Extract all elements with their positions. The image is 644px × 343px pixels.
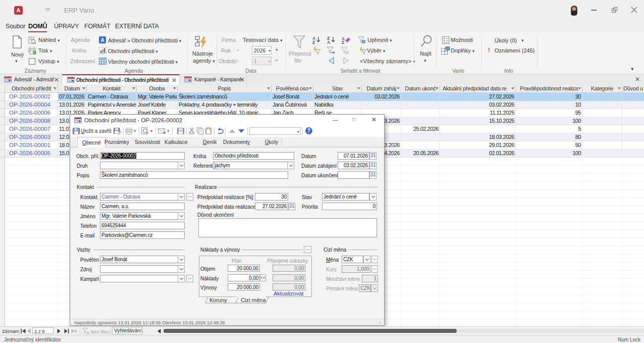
svg-text:A: A bbox=[327, 40, 330, 44]
svg-text:A: A bbox=[100, 37, 104, 43]
svg-text:Z: Z bbox=[312, 40, 315, 44]
svg-text:Z: Z bbox=[342, 40, 344, 44]
